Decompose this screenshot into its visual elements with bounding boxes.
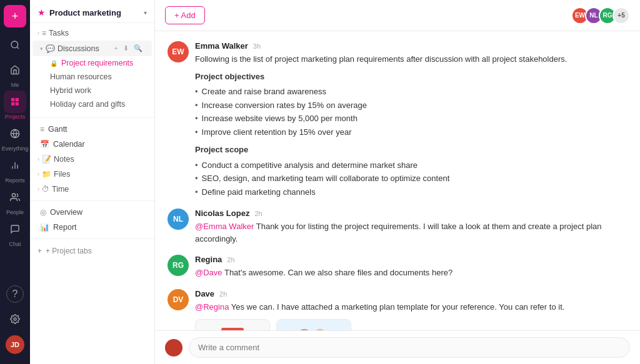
sidebar-item-notes[interactable]: › 📝 Notes bbox=[30, 152, 154, 167]
message-emma: EW Emma Walker 3h Following is the list … bbox=[168, 41, 628, 199]
home-nav-icon[interactable] bbox=[4, 59, 26, 81]
message-regina-content: Regina 2h @Dave That's awesome. Can we a… bbox=[195, 255, 628, 279]
svg-rect-2 bbox=[11, 98, 14, 101]
emma-author: Emma Walker bbox=[195, 41, 248, 51]
comment-user-avatar bbox=[165, 339, 182, 357]
people-nav-icon[interactable] bbox=[4, 186, 26, 209]
everything-nav-icon[interactable] bbox=[4, 122, 26, 145]
avatar-regina-msg: RG bbox=[168, 255, 189, 276]
files-chevron-icon: › bbox=[38, 171, 39, 177]
avatar-nicolas-msg: NL bbox=[168, 209, 189, 230]
sidebar-item-report[interactable]: 📊 Report bbox=[32, 220, 152, 235]
sidebar-item-discussions[interactable]: ▾ 💬 Discussions + ⬇ 🔍 bbox=[32, 41, 152, 56]
tasks-label: Tasks bbox=[49, 29, 69, 37]
sidebar-item-project-requirements[interactable]: 🔒 Project requirements bbox=[32, 56, 152, 70]
nicolas-time: 2h bbox=[254, 210, 262, 217]
projects-nav-icon[interactable] bbox=[4, 91, 26, 113]
people-label: People bbox=[6, 209, 24, 215]
attachment-pdf: PDF Marketing-plan... Proof this file 2h bbox=[195, 319, 270, 330]
hybrid-work-label: Hybrid work bbox=[50, 86, 91, 95]
scope-1: Conduct a competitive analysis and deter… bbox=[195, 159, 628, 172]
nicolas-mention: @Emma Walker bbox=[195, 222, 254, 231]
emma-time: 3h bbox=[253, 42, 261, 50]
message-nicolas-content: Nicolas Lopez 2h @Emma Walker Thank you … bbox=[195, 209, 628, 245]
discussions-actions: + ⬇ 🔍 bbox=[112, 44, 144, 53]
sidebar-item-gantt[interactable]: ≡ Gantt bbox=[32, 122, 152, 137]
star-icon: ★ bbox=[38, 7, 46, 17]
overview-icon: ◎ bbox=[40, 208, 46, 217]
regina-text: @Dave That's awesome. Can we also share … bbox=[195, 267, 628, 279]
scope-3: Define paid marketing channels bbox=[195, 185, 628, 199]
calendar-icon: 📅 bbox=[40, 140, 49, 149]
files-label: Files bbox=[54, 170, 70, 179]
sidebar-divider-2 bbox=[30, 200, 154, 201]
svg-rect-3 bbox=[16, 98, 19, 101]
avatar-group: EW NL RG +5 bbox=[571, 7, 630, 24]
emma-objectives-list: Create and raise brand awareness Increas… bbox=[195, 85, 628, 139]
gantt-label: Gantt bbox=[48, 125, 68, 134]
add-button[interactable]: + bbox=[4, 5, 26, 27]
sidebar-divider-1 bbox=[30, 117, 154, 118]
avatar-emma-msg: EW bbox=[168, 41, 189, 62]
add-tabs-icon: + bbox=[38, 247, 42, 255]
regina-time: 2h bbox=[227, 256, 234, 263]
avatar-count: +5 bbox=[612, 7, 630, 24]
svg-rect-4 bbox=[11, 102, 14, 106]
dave-text: @Regina Yes we can. I have attached a ma… bbox=[195, 301, 628, 313]
sidebar-item-tasks[interactable]: › ≡ Tasks bbox=[30, 26, 154, 41]
emma-text: Following is the list of project marketi… bbox=[195, 53, 628, 199]
add-project-tabs-btn[interactable]: + + Project tabs bbox=[30, 243, 154, 259]
home-label: Me bbox=[11, 82, 19, 88]
message-dave-content: Dave 2h @Regina Yes we can. I have attac… bbox=[195, 289, 628, 331]
sidebar-item-files[interactable]: › 📁 Files bbox=[30, 167, 154, 182]
report-label: Report bbox=[53, 223, 77, 232]
projects-label: Projects bbox=[5, 114, 26, 120]
gantt-icon: ≡ bbox=[40, 125, 44, 134]
holiday-card-label: Holiday card and gifts bbox=[50, 100, 125, 109]
lock-icon: 🔒 bbox=[50, 60, 58, 67]
sidebar-item-calendar[interactable]: 📅 Calendar bbox=[32, 137, 152, 152]
svg-line-1 bbox=[17, 47, 19, 49]
sidebar: ★ Product marketing ▾ › ≡ Tasks ▾ 💬 Disc… bbox=[30, 0, 155, 364]
help-icon[interactable]: ? bbox=[6, 285, 24, 303]
objective-1: Create and raise brand awareness bbox=[195, 85, 628, 99]
time-chevron-icon: › bbox=[38, 186, 39, 192]
user-avatar[interactable]: JD bbox=[6, 335, 24, 354]
message-nicolas-header: Nicolas Lopez 2h bbox=[195, 209, 628, 218]
comment-input[interactable] bbox=[189, 337, 630, 358]
chat-nav-icon[interactable] bbox=[4, 218, 26, 240]
discussions-search-btn[interactable]: 🔍 bbox=[132, 44, 144, 53]
message-dave-header: Dave 2h bbox=[195, 289, 628, 298]
settings-icon[interactable] bbox=[4, 308, 26, 330]
sidebar-item-human-resources[interactable]: Human resources bbox=[32, 70, 152, 84]
nicolas-text: @Emma Walker Thank you for listing the p… bbox=[195, 220, 628, 245]
regina-author: Regina bbox=[195, 255, 222, 264]
scope-2: SEO, design, and marketing team will col… bbox=[195, 172, 628, 185]
attachment-image: Marketing-stra... Proof this file 2h bbox=[276, 319, 351, 330]
chat-area: EW Emma Walker 3h Following is the list … bbox=[155, 31, 640, 330]
sidebar-chevron-icon[interactable]: ▾ bbox=[144, 9, 147, 16]
search-nav-icon[interactable] bbox=[4, 34, 26, 56]
sidebar-item-holiday-card[interactable]: Holiday card and gifts bbox=[32, 97, 152, 111]
report-icon: 📊 bbox=[40, 223, 49, 232]
regina-body: That's awesome. Can we also share files … bbox=[224, 268, 452, 277]
sidebar-divider-3 bbox=[30, 239, 154, 239]
add-button[interactable]: + Add bbox=[165, 6, 205, 24]
dave-body: Yes we can. I have attached a marketing … bbox=[231, 302, 565, 312]
icon-bar: + Me Projects Everything Reports People bbox=[0, 0, 30, 364]
reports-nav-icon[interactable] bbox=[4, 154, 26, 177]
calendar-label: Calendar bbox=[53, 140, 85, 149]
pdf-preview: PDF bbox=[196, 320, 269, 330]
sidebar-header: ★ Product marketing ▾ bbox=[30, 0, 154, 23]
discussions-add-btn[interactable]: + bbox=[112, 44, 120, 53]
sidebar-item-time[interactable]: › ⏱ Time bbox=[30, 182, 154, 197]
message-emma-content: Emma Walker 3h Following is the list of … bbox=[195, 41, 628, 199]
objective-3: Increase website views by 5,000 per mont… bbox=[195, 112, 628, 125]
tasks-list-icon: ≡ bbox=[42, 29, 46, 37]
emma-scope-list: Conduct a competitive analysis and deter… bbox=[195, 159, 628, 199]
sidebar-item-hybrid-work[interactable]: Hybrid work bbox=[32, 84, 152, 97]
emma-heading-1: Project objectives bbox=[195, 71, 628, 83]
discussions-filter-btn[interactable]: ⬇ bbox=[121, 44, 131, 53]
sidebar-item-overview[interactable]: ◎ Overview bbox=[32, 205, 152, 220]
message-regina-header: Regina 2h bbox=[195, 255, 628, 264]
